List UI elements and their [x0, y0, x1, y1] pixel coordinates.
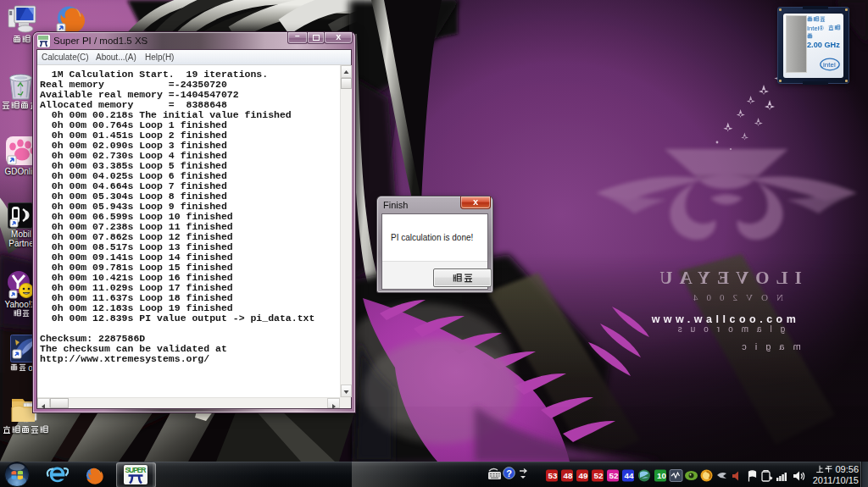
svg-text:53: 53 [548, 471, 558, 480]
svg-text:SUPER: SUPER [125, 466, 147, 474]
svg-text:intel: intel [823, 61, 836, 69]
svg-text:?: ? [506, 468, 512, 479]
svg-text:2.00 GHz: 2.00 GHz [807, 41, 840, 49]
svg-text:44: 44 [625, 471, 634, 480]
svg-text:52: 52 [609, 471, 619, 480]
svg-text:Intel®: Intel® [807, 25, 824, 32]
svg-text:52: 52 [594, 471, 604, 480]
svg-text:49: 49 [579, 471, 588, 480]
svg-text:48: 48 [564, 471, 573, 480]
svg-text:10: 10 [657, 471, 666, 480]
